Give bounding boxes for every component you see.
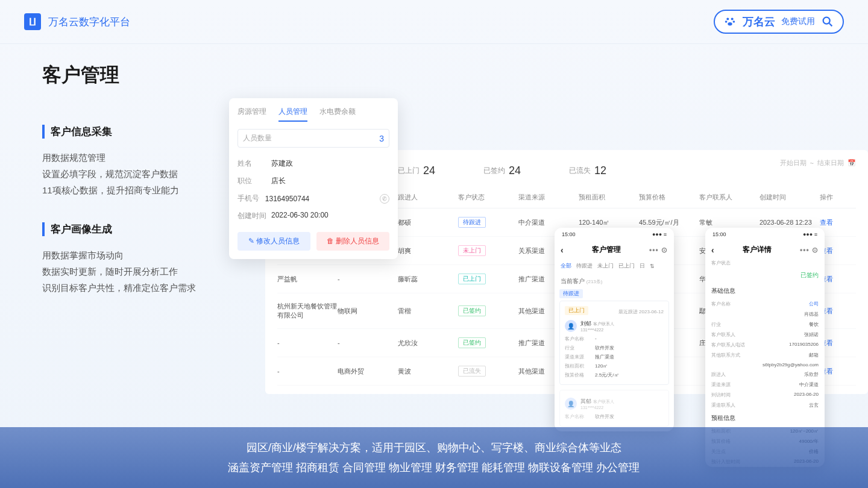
back-icon[interactable]: ‹ [711, 245, 714, 255]
feature-title: 客户信息采集 [42, 125, 826, 139]
popup-tab-active[interactable]: 人员管理 [278, 107, 307, 122]
signal-icon: ●●● ≡ [803, 231, 817, 237]
view-link[interactable]: 查看 [820, 219, 833, 226]
svg-line-6 [829, 23, 832, 27]
personnel-popup: 房源管理 人员管理 水电费余额 人员数量 3 姓名苏建政 职位店长 手机号131… [229, 98, 398, 259]
date-range[interactable]: 开始日期~结束日期📅 [780, 158, 856, 167]
footer-banner: 园区/商业/楼宇解决方案，适用于园区、购物中心、写字楼、商业综合体等业态 涵盖资… [0, 427, 868, 488]
back-icon[interactable]: ‹ [561, 245, 564, 255]
filter-icon[interactable]: ⇅ [650, 263, 655, 269]
signal-icon: ●●● ≡ [652, 231, 667, 237]
svg-point-5 [823, 17, 830, 24]
svg-point-0 [726, 17, 729, 20]
popup-search[interactable]: 人员数量 3 [237, 129, 389, 148]
calendar-icon: 📅 [848, 159, 856, 167]
edit-button[interactable]: ✎ 修改人员信息 [237, 232, 310, 251]
search-icon[interactable] [821, 15, 834, 28]
brand-text: 万名云数字化平台 [48, 15, 130, 29]
avatar-icon: 👤 [565, 320, 577, 332]
logo-icon: ⵡ [24, 13, 41, 30]
phone-title: 客户详情 [743, 245, 772, 255]
svg-point-3 [733, 20, 735, 23]
phone-mock-list: 15:00●●● ≡ ‹ 客户管理 ••• ⊙ 全部 待跟进 未上门 已上门 日… [555, 228, 674, 431]
paw-icon [723, 15, 737, 28]
more-icon[interactable]: ••• ⊙ [800, 246, 819, 254]
section-title: 客户管理 [42, 62, 826, 89]
svg-point-2 [725, 20, 728, 23]
search-placeholder: 人员数量 [243, 133, 272, 143]
customer-card[interactable]: 👤其郁 客户联系人131****4222 客户名称软件开发 [559, 390, 669, 427]
trial-link[interactable]: 免费试用 [781, 16, 815, 27]
count: 3 [379, 134, 384, 143]
avatar-icon: 👤 [565, 398, 577, 410]
logo-area[interactable]: ⵡ 万名云数字化平台 [24, 13, 130, 30]
delete-button[interactable]: 🗑 删除人员信息 [316, 232, 389, 251]
popup-tab[interactable]: 房源管理 [237, 107, 266, 122]
phone-icon[interactable]: ✆ [380, 194, 389, 204]
site-header: ⵡ 万名云数字化平台 万名云 免费试用 [0, 0, 868, 44]
popup-tab[interactable]: 水电费余额 [319, 107, 356, 122]
phone-tabs: 全部 待跟进 未上门 已上门 日 ⇅ [555, 258, 674, 274]
more-icon[interactable]: ••• ⊙ [649, 246, 668, 254]
svg-point-1 [731, 17, 734, 20]
popup-tabs: 房源管理 人员管理 水电费余额 [237, 107, 389, 122]
phone-title: 客户管理 [592, 245, 621, 255]
search-box[interactable]: 万名云 免费试用 [714, 10, 844, 34]
customer-card[interactable]: 已上门最近跟进 2023-06-12 👤刘郁 客户联系人131****4222 … [559, 301, 669, 385]
svg-point-4 [728, 22, 732, 25]
search-brand: 万名云 [743, 14, 775, 29]
